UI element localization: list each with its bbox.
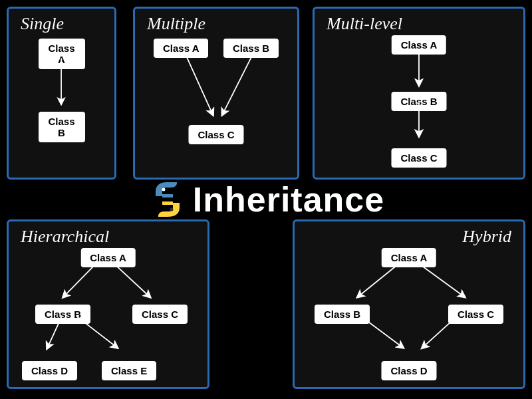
- single-title: Single: [21, 14, 64, 34]
- hybrid-class-d: Class D: [381, 361, 436, 380]
- hierarchical-class-b: Class B: [35, 305, 90, 324]
- panel-multilevel: Multi-level Class A Class B Class C: [313, 7, 525, 180]
- hybrid-class-b: Class B: [315, 305, 370, 324]
- svg-line-11: [359, 265, 397, 296]
- panel-hierarchical: Hierarchical Class A Class B Class C Cla…: [7, 219, 209, 389]
- multilevel-class-b: Class B: [391, 92, 446, 111]
- hierarchical-class-d: Class D: [22, 361, 77, 380]
- panel-single: Single Class A Class B: [7, 7, 116, 180]
- svg-line-8: [116, 265, 148, 296]
- svg-line-12: [421, 265, 463, 296]
- title-row: Inheritance: [0, 180, 532, 219]
- python-logo-icon: [148, 180, 188, 219]
- multiple-title: Multiple: [147, 14, 205, 34]
- hierarchical-title: Hierarchical: [21, 227, 109, 247]
- svg-line-1: [186, 56, 212, 112]
- panel-hybrid: Hybrid Class A Class B Class C Class D: [293, 219, 525, 389]
- svg-point-5: [162, 188, 165, 192]
- single-class-a: Class A: [39, 39, 85, 69]
- hierarchical-class-c: Class C: [132, 305, 188, 324]
- svg-point-6: [170, 208, 173, 211]
- hybrid-class-c: Class C: [448, 305, 503, 324]
- hybrid-class-a: Class A: [382, 248, 436, 267]
- main-title: Inheritance: [193, 180, 384, 219]
- svg-line-7: [65, 265, 94, 296]
- main-container: Single Class A Class B Multiple Class A …: [0, 0, 532, 399]
- single-class-b: Class B: [39, 112, 85, 142]
- multilevel-class-c: Class C: [391, 148, 446, 168]
- multiple-class-b: Class B: [223, 39, 279, 58]
- multilevel-class-a: Class A: [392, 35, 446, 55]
- hierarchical-class-a: Class A: [80, 248, 135, 267]
- multilevel-title: Multi-level: [327, 14, 402, 34]
- hybrid-title: Hybrid: [462, 227, 511, 247]
- panel-multiple: Multiple Class A Class B Class C: [133, 7, 299, 180]
- multiple-class-a: Class A: [154, 39, 208, 58]
- hierarchical-class-e: Class E: [102, 361, 156, 380]
- svg-line-2: [223, 56, 252, 112]
- multiple-class-c: Class C: [188, 125, 243, 144]
